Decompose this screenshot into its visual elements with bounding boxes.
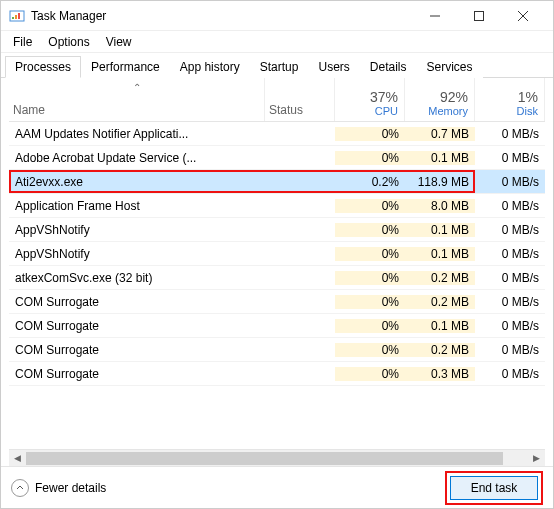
process-cpu: 0% — [335, 271, 405, 285]
tab-startup[interactable]: Startup — [250, 56, 309, 78]
process-row[interactable]: AppVShNotify0%0.1 MB0 MB/s — [9, 218, 545, 242]
column-cpu[interactable]: 37% CPU — [335, 78, 405, 121]
close-button[interactable] — [501, 2, 545, 30]
process-cpu: 0% — [335, 223, 405, 237]
process-memory: 0.1 MB — [405, 151, 475, 165]
column-disk[interactable]: 1% Disk — [475, 78, 545, 121]
process-name: atkexComSvc.exe (32 bit) — [9, 271, 265, 285]
column-status[interactable]: Status — [265, 78, 335, 121]
process-disk: 0 MB/s — [475, 223, 545, 237]
process-disk: 0 MB/s — [475, 199, 545, 213]
process-row[interactable]: COM Surrogate0%0.2 MB0 MB/s — [9, 290, 545, 314]
process-memory: 0.7 MB — [405, 127, 475, 141]
process-list[interactable]: AAM Updates Notifier Applicati...0%0.7 M… — [9, 122, 545, 449]
process-disk: 0 MB/s — [475, 151, 545, 165]
process-row[interactable]: COM Surrogate0%0.3 MB0 MB/s — [9, 362, 545, 386]
scroll-right-icon[interactable]: ▶ — [528, 450, 545, 467]
menu-view[interactable]: View — [100, 33, 138, 51]
process-name: Ati2evxx.exe — [9, 175, 265, 189]
titlebar: Task Manager — [1, 1, 553, 31]
process-disk: 0 MB/s — [475, 319, 545, 333]
svg-rect-1 — [12, 17, 14, 19]
fewer-details-button[interactable]: Fewer details — [11, 479, 106, 497]
process-disk: 0 MB/s — [475, 247, 545, 261]
process-row[interactable]: Application Frame Host0%8.0 MB0 MB/s — [9, 194, 545, 218]
process-name: AAM Updates Notifier Applicati... — [9, 127, 265, 141]
process-cpu: 0% — [335, 343, 405, 357]
process-cpu: 0.2% — [335, 175, 405, 189]
tab-services[interactable]: Services — [417, 56, 483, 78]
process-disk: 0 MB/s — [475, 367, 545, 381]
column-headers: ⌃ Name Status 37% CPU 92% Memory 1% Disk — [9, 78, 545, 122]
process-cpu: 0% — [335, 199, 405, 213]
process-disk: 0 MB/s — [475, 295, 545, 309]
scroll-thumb[interactable] — [26, 452, 503, 465]
process-row[interactable]: atkexComSvc.exe (32 bit)0%0.2 MB0 MB/s — [9, 266, 545, 290]
menu-file[interactable]: File — [7, 33, 38, 51]
process-disk: 0 MB/s — [475, 343, 545, 357]
process-memory: 0.1 MB — [405, 223, 475, 237]
process-row[interactable]: COM Surrogate0%0.1 MB0 MB/s — [9, 314, 545, 338]
menubar: File Options View — [1, 31, 553, 53]
taskmgr-icon — [9, 8, 25, 24]
minimize-button[interactable] — [413, 2, 457, 30]
footer: Fewer details End task — [1, 466, 553, 508]
column-memory[interactable]: 92% Memory — [405, 78, 475, 121]
process-memory: 0.3 MB — [405, 367, 475, 381]
tab-details[interactable]: Details — [360, 56, 417, 78]
process-name: AppVShNotify — [9, 223, 265, 237]
process-row[interactable]: COM Surrogate0%0.2 MB0 MB/s — [9, 338, 545, 362]
process-name: COM Surrogate — [9, 367, 265, 381]
process-memory: 0.1 MB — [405, 319, 475, 333]
svg-rect-2 — [15, 15, 17, 19]
process-name: Application Frame Host — [9, 199, 265, 213]
column-name[interactable]: ⌃ Name — [9, 78, 265, 121]
chevron-up-icon — [11, 479, 29, 497]
process-cpu: 0% — [335, 127, 405, 141]
process-cpu: 0% — [335, 295, 405, 309]
tab-users[interactable]: Users — [308, 56, 359, 78]
svg-rect-3 — [18, 13, 20, 19]
end-task-button[interactable]: End task — [450, 476, 538, 500]
process-memory: 8.0 MB — [405, 199, 475, 213]
process-disk: 0 MB/s — [475, 127, 545, 141]
sort-ascending-icon: ⌃ — [133, 82, 141, 93]
menu-options[interactable]: Options — [42, 33, 95, 51]
process-row[interactable]: Adobe Acrobat Update Service (...0%0.1 M… — [9, 146, 545, 170]
process-row[interactable]: AAM Updates Notifier Applicati...0%0.7 M… — [9, 122, 545, 146]
maximize-button[interactable] — [457, 2, 501, 30]
process-name: Adobe Acrobat Update Service (... — [9, 151, 265, 165]
window-title: Task Manager — [31, 9, 413, 23]
process-name: COM Surrogate — [9, 295, 265, 309]
process-memory: 118.9 MB — [405, 175, 475, 189]
scroll-track[interactable] — [26, 450, 528, 467]
process-cpu: 0% — [335, 319, 405, 333]
process-name: COM Surrogate — [9, 319, 265, 333]
process-memory: 0.2 MB — [405, 343, 475, 357]
svg-rect-5 — [475, 11, 484, 20]
tab-performance[interactable]: Performance — [81, 56, 170, 78]
process-row[interactable]: Ati2evxx.exe0.2%118.9 MB0 MB/s — [9, 170, 545, 194]
tabstrip: Processes Performance App history Startu… — [1, 55, 553, 78]
tab-apphistory[interactable]: App history — [170, 56, 250, 78]
process-memory: 0.1 MB — [405, 247, 475, 261]
process-name: AppVShNotify — [9, 247, 265, 261]
process-disk: 0 MB/s — [475, 271, 545, 285]
process-memory: 0.2 MB — [405, 295, 475, 309]
horizontal-scrollbar[interactable]: ◀ ▶ — [9, 449, 545, 466]
process-disk: 0 MB/s — [475, 175, 545, 189]
process-cpu: 0% — [335, 247, 405, 261]
tab-processes[interactable]: Processes — [5, 56, 81, 78]
process-memory: 0.2 MB — [405, 271, 475, 285]
process-cpu: 0% — [335, 151, 405, 165]
process-row[interactable]: AppVShNotify0%0.1 MB0 MB/s — [9, 242, 545, 266]
process-cpu: 0% — [335, 367, 405, 381]
process-name: COM Surrogate — [9, 343, 265, 357]
scroll-left-icon[interactable]: ◀ — [9, 450, 26, 467]
end-task-highlight: End task — [445, 471, 543, 505]
